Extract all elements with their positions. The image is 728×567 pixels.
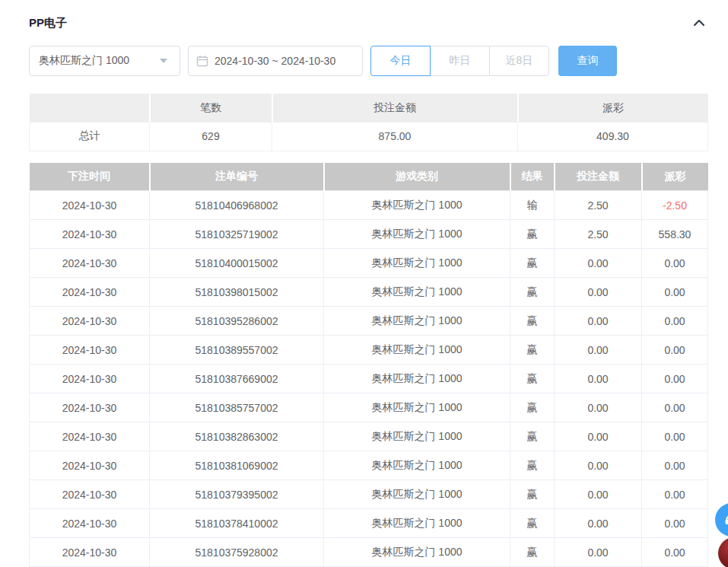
- cell-payout: 0.00: [642, 509, 708, 538]
- cell-bet-id: 51810385757002: [150, 393, 324, 422]
- records-header-bet-amount: 投注金额: [555, 163, 642, 191]
- records-header-bet-id: 注单编号: [150, 163, 324, 191]
- cell-bet-id: 51810379395002: [150, 480, 324, 509]
- table-row: 2024-10-30 51810375928002 奥林匹斯之门 1000 赢 …: [30, 538, 708, 567]
- cell-result: 赢: [510, 336, 555, 365]
- cell-result: 赢: [510, 393, 555, 422]
- table-row: 2024-10-30 51810381069002 奥林匹斯之门 1000 赢 …: [30, 451, 708, 480]
- cell-game-category: 奥林匹斯之门 1000: [324, 307, 510, 336]
- cell-result: 赢: [510, 509, 555, 538]
- cell-payout: 558.30: [642, 220, 708, 249]
- cell-bet-time: 2024-10-30: [30, 509, 150, 538]
- cell-game-category: 奥林匹斯之门 1000: [324, 509, 510, 538]
- cell-bet-amount: 0.00: [555, 307, 642, 336]
- table-row: 2024-10-30 51810389557002 奥林匹斯之门 1000 赢 …: [30, 336, 708, 365]
- date-range-picker[interactable]: 2024-10-30 ~ 2024-10-30: [188, 46, 363, 76]
- cell-bet-id: 51810395286002: [150, 307, 324, 336]
- summary-total-bet-amount: 875.00: [272, 123, 518, 151]
- cell-game-category: 奥林匹斯之门 1000: [324, 393, 510, 422]
- cell-bet-time: 2024-10-30: [30, 191, 150, 220]
- records-header-result: 结果: [510, 163, 555, 191]
- cell-bet-amount: 0.00: [555, 336, 642, 365]
- cell-result: 赢: [510, 249, 555, 278]
- cell-payout: 0.00: [642, 365, 708, 393]
- cell-bet-time: 2024-10-30: [30, 307, 150, 336]
- cell-game-category: 奥林匹斯之门 1000: [324, 191, 510, 220]
- cell-bet-amount: 0.00: [555, 249, 642, 278]
- cell-payout: 0.00: [642, 278, 708, 307]
- cell-game-category: 奥林匹斯之门 1000: [324, 365, 510, 393]
- summary-header-count: 笔数: [150, 94, 272, 123]
- records-header-game-category: 游戏类别: [324, 163, 510, 191]
- cell-payout: 0.00: [642, 393, 708, 422]
- cell-payout: 0.00: [642, 249, 708, 278]
- cell-bet-amount: 2.50: [555, 220, 642, 249]
- cell-result: 赢: [510, 278, 555, 307]
- summary-table: 笔数 投注金额 派彩 总计 629 875.00 409.30: [29, 94, 708, 151]
- cell-result: 赢: [510, 451, 555, 480]
- records-header-bet-time: 下注时间: [30, 163, 150, 191]
- table-row: 2024-10-30 51810378410002 奥林匹斯之门 1000 赢 …: [30, 509, 708, 538]
- table-row: 2024-10-30 51810395286002 奥林匹斯之门 1000 赢 …: [30, 307, 708, 336]
- collapse-panel-button[interactable]: [691, 14, 707, 31]
- summary-total-payout: 409.30: [518, 123, 708, 151]
- cell-bet-id: 51810375928002: [150, 538, 324, 567]
- table-row: 2024-10-30 51810406968002 奥林匹斯之门 1000 输 …: [30, 191, 708, 220]
- game-select[interactable]: 奥林匹斯之门 1000: [29, 46, 180, 76]
- cell-payout: 0.00: [642, 422, 708, 451]
- summary-total-row: 总计 629 875.00 409.30: [30, 123, 708, 151]
- summary-header-blank: [30, 94, 150, 123]
- cell-bet-amount: 0.00: [555, 278, 642, 307]
- cell-bet-time: 2024-10-30: [30, 538, 150, 567]
- cell-payout: 0.00: [642, 538, 708, 567]
- cell-game-category: 奥林匹斯之门 1000: [324, 451, 510, 480]
- cell-bet-id: 51810387669002: [150, 365, 324, 393]
- cell-bet-amount: 0.00: [555, 393, 642, 422]
- today-button[interactable]: 今日: [370, 46, 431, 76]
- cell-bet-amount: 0.00: [555, 538, 642, 567]
- cell-bet-time: 2024-10-30: [30, 393, 150, 422]
- summary-header-payout: 派彩: [518, 94, 708, 123]
- customer-service-icon: [723, 511, 728, 528]
- cell-bet-id: 51810389557002: [150, 336, 324, 365]
- cell-bet-time: 2024-10-30: [30, 278, 150, 307]
- table-row: 2024-10-30 51810400015002 奥林匹斯之门 1000 赢 …: [30, 249, 708, 278]
- cell-game-category: 奥林匹斯之门 1000: [324, 538, 510, 567]
- cell-game-category: 奥林匹斯之门 1000: [324, 220, 510, 249]
- cell-bet-time: 2024-10-30: [30, 220, 150, 249]
- yesterday-button[interactable]: 昨日: [430, 46, 490, 76]
- panel-header: PP电子: [29, 14, 707, 32]
- cell-bet-time: 2024-10-30: [30, 422, 150, 451]
- cell-bet-time: 2024-10-30: [30, 451, 150, 480]
- records-tbody: 2024-10-30 51810406968002 奥林匹斯之门 1000 输 …: [30, 191, 708, 567]
- search-button[interactable]: 查询: [558, 46, 617, 76]
- cell-bet-time: 2024-10-30: [30, 249, 150, 278]
- calendar-icon: [196, 55, 208, 67]
- filter-bar: 奥林匹斯之门 1000 2024-10-30 ~ 2024-10-30 今日 昨…: [29, 46, 707, 76]
- records-header-row: 下注时间 注单编号 游戏类别 结果 投注金额 派彩: [30, 163, 708, 191]
- cell-result: 赢: [510, 220, 555, 249]
- summary-header-row: 笔数 投注金额 派彩: [30, 94, 708, 123]
- pp-electronics-panel: PP电子 奥林匹斯之门 1000 2024-10-30 ~ 2024-10-30…: [0, 0, 728, 567]
- date-range-value: 2024-10-30 ~ 2024-10-30: [215, 55, 335, 67]
- last-8-days-button[interactable]: 近8日: [489, 46, 549, 76]
- cell-game-category: 奥林匹斯之门 1000: [324, 249, 510, 278]
- table-row: 2024-10-30 51810398015002 奥林匹斯之门 1000 赢 …: [30, 278, 708, 307]
- table-row: 2024-10-30 51810379395002 奥林匹斯之门 1000 赢 …: [30, 480, 708, 509]
- cell-payout: 0.00: [642, 307, 708, 336]
- cell-payout: 0.00: [642, 336, 708, 365]
- cell-bet-time: 2024-10-30: [30, 480, 150, 509]
- cell-result: 赢: [510, 422, 555, 451]
- summary-header-bet-amount: 投注金额: [272, 94, 518, 123]
- cell-result: 赢: [510, 480, 555, 509]
- cell-result: 输: [510, 191, 555, 220]
- table-row: 2024-10-30 51810325719002 奥林匹斯之门 1000 赢 …: [30, 220, 708, 249]
- cell-payout: -2.50: [642, 191, 708, 220]
- summary-total-count: 629: [150, 123, 272, 151]
- cell-game-category: 奥林匹斯之门 1000: [324, 480, 510, 509]
- cell-payout: 0.00: [642, 480, 708, 509]
- quick-date-button-group: 今日 昨日 近8日: [370, 46, 549, 76]
- cell-result: 赢: [510, 538, 555, 567]
- cell-game-category: 奥林匹斯之门 1000: [324, 278, 510, 307]
- cell-game-category: 奥林匹斯之门 1000: [324, 422, 510, 451]
